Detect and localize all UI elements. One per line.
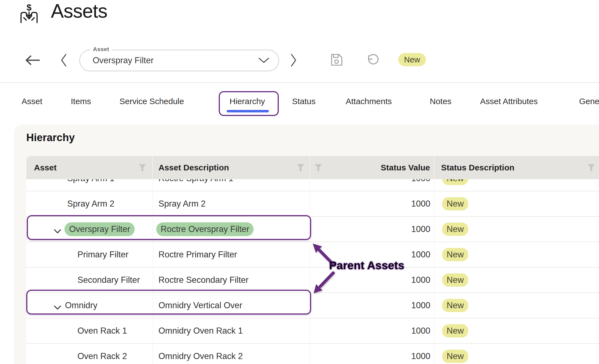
- column-header-asset: Asset: [26, 156, 153, 179]
- asset-name: Secondary Filter: [77, 275, 140, 285]
- asset-description-cell: Spray Arm 2: [153, 191, 310, 216]
- column-header-label: Asset Description: [158, 163, 229, 172]
- table-row[interactable]: Oven Rack 1Omnidry Oven Rack 11000New: [26, 318, 599, 344]
- asset-name: Oven Rack 2: [77, 351, 127, 361]
- active-tab-underline: [227, 110, 269, 112]
- asset-description: Omnidry Oven Rack 1: [158, 326, 243, 336]
- status-description-cell: New: [434, 268, 599, 292]
- status-description-cell: New: [434, 318, 599, 343]
- column-header-label: Status Description: [441, 163, 514, 172]
- header-divider: [0, 82, 599, 83]
- chevron-left-icon: [60, 53, 67, 67]
- status-description-cell: New: [434, 344, 599, 364]
- status-description-cell: New: [434, 217, 599, 242]
- asset-selector[interactable]: Asset Overspray Filter: [79, 50, 279, 71]
- parent-asset-outline-overspray: [27, 215, 311, 240]
- table-body: Spray Arm 1Roctre Spray Arm 11000NewSpra…: [26, 166, 599, 364]
- tab-status[interactable]: Status: [292, 97, 316, 106]
- filter-icon[interactable]: [139, 164, 146, 172]
- table-row[interactable]: Secondary FilterRoctre Secondary Filter1…: [26, 268, 599, 293]
- asset-name: Primary Filter: [77, 250, 128, 260]
- status-description-cell: New: [434, 191, 599, 216]
- column-header-asset-description: Asset Description: [153, 156, 310, 179]
- asset-description-cell: Roctre Secondary Filter: [153, 268, 310, 292]
- status-value-cell: 1000: [310, 318, 434, 343]
- status-value-cell: 1000: [310, 191, 434, 216]
- asset-description-cell: Roctre Primary Filter: [153, 242, 310, 267]
- hierarchy-panel: Hierarchy AssetAsset DescriptionStatus V…: [14, 125, 599, 364]
- asset-name: Spray Arm 2: [67, 199, 114, 209]
- status-value-cell: 1000: [310, 344, 434, 364]
- status-badge: New: [442, 299, 468, 312]
- asset-cell: Secondary Filter: [26, 268, 153, 292]
- next-record-button[interactable]: [290, 53, 298, 67]
- undo-button[interactable]: [365, 52, 379, 67]
- asset-description-cell: Omnidry Oven Rack 1: [153, 318, 310, 343]
- tab-items[interactable]: Items: [71, 97, 91, 106]
- status-badge: New: [442, 324, 468, 337]
- back-arrow-button[interactable]: [24, 55, 40, 66]
- table-row[interactable]: Primary FilterRoctre Primary Filter1000N…: [26, 242, 599, 268]
- asset-cell: Oven Rack 1: [26, 318, 153, 343]
- annotation-label: Parent Assets: [329, 259, 404, 272]
- asset-description: Roctre Secondary Filter: [158, 275, 249, 285]
- status-value-cell: 1000: [310, 217, 434, 242]
- arrow-left-icon: [24, 55, 40, 66]
- asset-selector-value: Overspray Filter: [93, 56, 153, 65]
- tab-general[interactable]: General: [579, 97, 599, 106]
- table-row[interactable]: Spray Arm 2Spray Arm 21000New: [26, 191, 599, 217]
- status-badge: New: [442, 273, 468, 287]
- status-value-cell: 1000: [310, 293, 434, 318]
- asset-description: Roctre Primary Filter: [158, 250, 237, 260]
- filter-icon[interactable]: [587, 164, 595, 172]
- status-badge: New: [442, 197, 468, 210]
- page-title: Assets: [51, 0, 107, 22]
- asset-name: Oven Rack 1: [77, 326, 127, 336]
- status-badge: New: [442, 248, 468, 261]
- tab-attachments[interactable]: Attachments: [346, 97, 392, 106]
- status-badge: New: [442, 223, 468, 236]
- status-description-cell: New: [434, 242, 599, 267]
- panel-heading: Hierarchy: [26, 132, 75, 144]
- save-icon: [330, 52, 343, 67]
- table-row[interactable]: Oven Rack 2Omnidry Oven Rack 21000New: [26, 344, 599, 364]
- hierarchy-grid: AssetAsset DescriptionStatus ValueStatus…: [26, 156, 599, 364]
- tab-hierarchy[interactable]: Hierarchy: [230, 97, 265, 106]
- status-description-cell: New: [434, 293, 599, 318]
- tab-bar: AssetItemsService ScheduleHierarchyStatu…: [0, 91, 599, 119]
- parent-asset-outline-omnidry: [26, 290, 311, 315]
- column-header-label: Asset: [34, 163, 57, 172]
- undo-icon: [365, 52, 379, 67]
- column-header-label: Status Value: [381, 163, 430, 172]
- hands-dollar-icon: $: [17, 3, 41, 24]
- previous-record-button[interactable]: [60, 53, 67, 67]
- asset-cell: Oven Rack 2: [26, 344, 153, 364]
- svg-text:$: $: [27, 3, 32, 12]
- chevron-down-icon[interactable]: [258, 57, 270, 64]
- asset-description: Omnidry Oven Rack 2: [158, 351, 243, 361]
- tab-service-schedule[interactable]: Service Schedule: [119, 97, 184, 106]
- asset-cell: Primary Filter: [26, 242, 153, 267]
- chevron-right-icon: [290, 53, 298, 67]
- column-header-status-value: Status Value: [310, 156, 434, 179]
- tab-asset[interactable]: Asset: [22, 97, 42, 106]
- save-button[interactable]: [330, 52, 343, 67]
- filter-icon[interactable]: [314, 164, 322, 172]
- tab-notes[interactable]: Notes: [430, 97, 451, 106]
- tab-asset-attributes[interactable]: Asset Attributes: [480, 97, 538, 106]
- asset-selector-label: Asset: [90, 46, 112, 52]
- filter-icon[interactable]: [297, 164, 304, 172]
- asset-cell: Spray Arm 2: [26, 191, 153, 216]
- asset-description-cell: Omnidry Oven Rack 2: [153, 344, 310, 364]
- record-status-badge: New: [398, 53, 426, 66]
- asset-description: Spray Arm 2: [158, 199, 206, 209]
- status-badge: New: [442, 350, 468, 363]
- table-header: AssetAsset DescriptionStatus ValueStatus…: [26, 156, 599, 179]
- column-header-status-description: Status Description: [434, 156, 599, 179]
